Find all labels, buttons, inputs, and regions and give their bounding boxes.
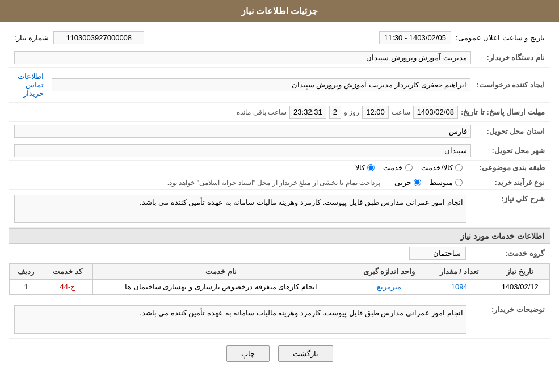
category-options: کالا/خدمت خدمت کالا bbox=[355, 163, 463, 172]
print-button[interactable]: چاپ bbox=[226, 345, 270, 362]
purchase-option-label-1: جزیی bbox=[394, 178, 411, 187]
city-value: سپیدان bbox=[14, 144, 471, 157]
announce-label: تاریخ و ساعت اعلان عمومی: bbox=[456, 33, 545, 42]
deadline-row: مهلت ارسال پاسخ: تا تاریخ: 1403/02/08 سا… bbox=[9, 103, 550, 122]
description-label: شرح کلی نیاز: bbox=[471, 195, 545, 223]
category-option-goods-service: کالا/خدمت bbox=[421, 163, 463, 172]
city-row: شهر محل تحویل: سپیدان bbox=[9, 141, 550, 161]
group-value: ساختمان bbox=[409, 247, 466, 260]
cell-row: 1 bbox=[10, 280, 43, 294]
page-header: جزئیات اطلاعات نیاز bbox=[0, 0, 559, 22]
description-row: شرح کلی نیاز: انجام امور عمرانی مدارس طب… bbox=[9, 190, 550, 228]
deadline-days: 2 bbox=[329, 106, 341, 119]
col-header-date: تاریخ نیاز bbox=[490, 264, 550, 280]
category-row: طبقه بندی موضوعی: کالا/خدمت خدمت کالا bbox=[9, 161, 550, 175]
back-button[interactable]: بازگشت bbox=[278, 345, 333, 362]
city-label: شهر محل تحویل: bbox=[471, 146, 545, 155]
requester-row: ایجاد کننده درخواست: ابراهیم جعفری کاربر… bbox=[9, 68, 550, 103]
purchase-option-label-2: متوسط bbox=[430, 178, 453, 187]
group-row: گروه خدمت: ساختمان bbox=[9, 244, 550, 263]
buyer-desc-row: توضیحات خریدار: انجام امور عمرانی مدارس … bbox=[9, 301, 550, 339]
requester-value: ابراهیم جعفری کاربرداز مدیریت آموزش وپرو… bbox=[52, 78, 470, 91]
niyaz-id: 1103003927000008 bbox=[53, 31, 144, 44]
purchase-radio-minor[interactable] bbox=[414, 179, 421, 186]
purchase-option-minor: جزیی bbox=[394, 178, 421, 187]
description-value: انجام امور عمرانی مدارس طبق فایل پیوست. … bbox=[14, 195, 466, 223]
cell-unit: مترمربع bbox=[350, 280, 428, 294]
category-label: طبقه بندی موضوعی: bbox=[471, 163, 545, 172]
table-header-row: تاریخ نیاز تعداد / مقدار واحد اندازه گیر… bbox=[10, 264, 550, 280]
deadline-days-label: روز و bbox=[344, 108, 359, 116]
col-header-unit: واحد اندازه گیری bbox=[350, 264, 428, 280]
buyer-desc-label: توضیحات خریدار: bbox=[471, 305, 545, 334]
deadline-time: 12:00 bbox=[362, 106, 389, 119]
category-radio-service[interactable] bbox=[405, 164, 413, 171]
purchase-note: پرداخت تمام یا بخشی از مبلغ خریدار از مح… bbox=[167, 179, 380, 187]
requester-label: ایجاد کننده درخواست: bbox=[470, 81, 545, 89]
niyaz-section: 1103003927000008 شماره نیاز: bbox=[14, 31, 144, 44]
page-title: جزئیات اطلاعات نیاز bbox=[241, 6, 318, 16]
cell-name: انجام کارهای متفرقه درخصوص بازسازی و بهس… bbox=[93, 280, 350, 294]
col-header-qty: تعداد / مقدار bbox=[428, 264, 490, 280]
col-header-name: نام خدمت bbox=[93, 264, 350, 280]
province-label: استان محل تحویل: bbox=[471, 127, 545, 136]
buyer-desc-value: انجام امور عمرانی مدارس طبق فایل پیوست. … bbox=[14, 305, 466, 334]
purchase-type-row: نوع فرآیند خرید: متوسط جزیی پرداخت تمام … bbox=[9, 175, 550, 190]
category-option-service: خدمت bbox=[383, 163, 413, 172]
services-section: اطلاعات خدمات مورد نیاز گروه خدمت: ساختم… bbox=[9, 228, 550, 295]
services-table: تاریخ نیاز تعداد / مقدار واحد اندازه گیر… bbox=[9, 263, 550, 294]
purchase-radio-medium[interactable] bbox=[455, 179, 463, 186]
top-announce-row: تاریخ و ساعت اعلان عمومی: 1403/02/05 - 1… bbox=[9, 28, 550, 48]
deadline-remain-label: ساعت باقی مانده bbox=[237, 108, 287, 116]
category-option-label-2: خدمت bbox=[383, 163, 403, 172]
buyer-value: مدیریت آموزش وپرورش سپیدان bbox=[14, 51, 471, 64]
purchase-type-options: متوسط جزیی bbox=[394, 178, 463, 187]
deadline-label: مهلت ارسال پاسخ: تا تاریخ: bbox=[461, 108, 545, 116]
deadline-date: 1403/02/08 bbox=[413, 106, 458, 119]
group-label: گروه خدمت: bbox=[470, 249, 544, 258]
page-container: جزئیات اطلاعات نیاز تاریخ و ساعت اعلان ع… bbox=[0, 0, 559, 392]
category-radio-goods[interactable] bbox=[367, 164, 375, 171]
niyaz-label: شماره نیاز: bbox=[14, 33, 49, 42]
province-value: فارس bbox=[14, 125, 471, 138]
announce-value: 1403/02/05 - 11:30 bbox=[379, 31, 451, 44]
services-section-header: اطلاعات خدمات مورد نیاز bbox=[9, 229, 550, 244]
category-option-label-3: کالا/خدمت bbox=[421, 163, 453, 172]
deadline-remain: 23:32:31 bbox=[289, 106, 326, 119]
province-row: استان محل تحویل: فارس bbox=[9, 122, 550, 141]
purchase-option-medium: متوسط bbox=[430, 178, 463, 187]
purchase-type-label: نوع فرآیند خرید: bbox=[471, 178, 545, 187]
category-radio-goods-service[interactable] bbox=[455, 164, 463, 171]
buyer-label: نام دستگاه خریدار: bbox=[471, 53, 545, 62]
contact-link[interactable]: اطلاعات تماس خریدار bbox=[14, 70, 47, 99]
buttons-row: بازگشت چاپ bbox=[9, 339, 550, 369]
buyer-row: نام دستگاه خریدار: مدیریت آموزش وپرورش س… bbox=[9, 48, 550, 68]
cell-qty: 1094 bbox=[428, 280, 490, 294]
cell-code: ج-44 bbox=[43, 280, 92, 294]
category-option-goods: کالا bbox=[355, 163, 375, 172]
announce-section: تاریخ و ساعت اعلان عمومی: 1403/02/05 - 1… bbox=[379, 31, 545, 44]
col-header-row: ردیف bbox=[10, 264, 43, 280]
table-row: 1403/02/12 1094 مترمربع انجام کارهای متف… bbox=[10, 280, 550, 294]
deadline-time-label: ساعت bbox=[392, 108, 410, 116]
cell-date: 1403/02/12 bbox=[490, 280, 550, 294]
category-option-label-1: کالا bbox=[355, 163, 365, 172]
content-area: تاریخ و ساعت اعلان عمومی: 1403/02/05 - 1… bbox=[0, 22, 559, 374]
col-header-code: کد خدمت bbox=[43, 264, 92, 280]
